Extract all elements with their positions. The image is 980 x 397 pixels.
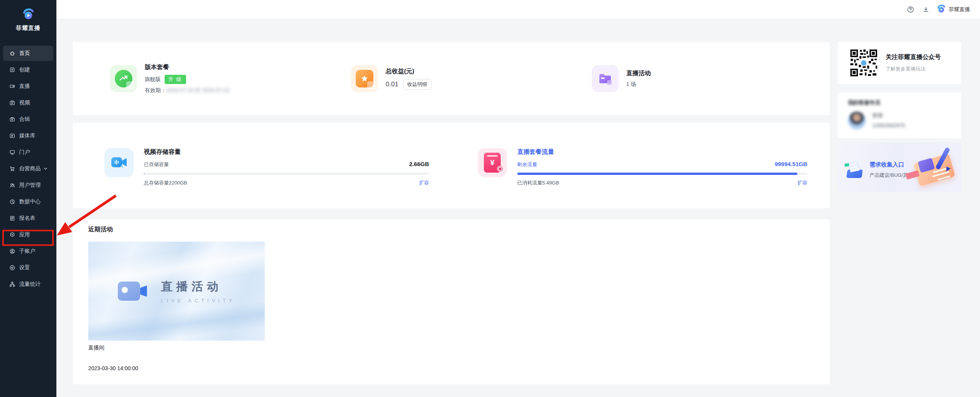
sidebar-item-collection[interactable]: 合辑 (3, 112, 53, 127)
qr-subtitle: 了解更多直播玩法 (886, 66, 941, 72)
sidebar-item-settings[interactable]: 设置 (3, 260, 53, 275)
top-header: 菲耀直播 (56, 0, 980, 19)
traffic-remain-value: 99994.51GB (775, 161, 807, 167)
storage-used-label: 已存储容量 (144, 161, 169, 168)
storage-camera-icon (104, 148, 134, 177)
collection-icon (9, 116, 15, 122)
activity-name: 直播间 (88, 344, 104, 351)
plan-level: 旗舰版 (145, 76, 161, 83)
sidebar-item-label: 报名表 (19, 215, 35, 222)
download-icon[interactable] (922, 6, 929, 13)
video-icon (9, 100, 15, 106)
live-stat: 直播活动 1 场 (592, 42, 651, 115)
home-icon (9, 50, 15, 56)
traffic-progress-fill (517, 173, 797, 175)
service-card: 我的客服专员 菲菲 13352942975 (838, 92, 961, 138)
revenue-star-icon (351, 65, 378, 92)
sidebar-item-traffic-stats[interactable]: 流量统计 (3, 277, 53, 292)
traffic-stats-icon (9, 281, 15, 287)
sidebar-item-label: 数据中心 (19, 198, 41, 205)
sidebar-item-label: 子账户 (19, 248, 35, 255)
sidebar-item-portal[interactable]: 门户 (3, 145, 53, 160)
live-count: 1 场 (626, 81, 636, 88)
sidebar-item-label: 用户管理 (19, 182, 41, 189)
sidebar-item-home[interactable]: 首页 (3, 46, 53, 61)
settings-icon (9, 265, 15, 271)
activity-thumbnail[interactable]: 直播活动 LIVE ACTIVITY (88, 242, 265, 341)
revenue-value: 0.01 (386, 81, 398, 88)
traffic-section: ¥ 直播套餐流量 剩余流量 99994.51GB 已消耗流量5.49GB 扩容 (478, 148, 807, 186)
sidebar-item-apps[interactable]: 应用 (3, 227, 53, 242)
products-icon (9, 166, 15, 172)
storage-progress-track (144, 173, 429, 175)
header-user[interactable]: 菲耀直播 (937, 5, 970, 15)
sidebar-item-label: 门户 (19, 149, 30, 156)
apps-icon (9, 232, 15, 238)
sidebar-item-label: 设置 (19, 264, 30, 271)
thumbnail-subtitle: LIVE ACTIVITY (161, 298, 235, 303)
overview-card: 版本套餐 旗舰版 升 级 有效期： 2024-07-24 至 2025-07-2… (73, 42, 830, 115)
feedback-title: 需求收集入口 (869, 161, 904, 168)
revenue-detail-button[interactable]: 收益明细 (403, 79, 431, 90)
dashboard-page: 菲耀直播 首页创建直播视频合辑媒体库门户自营商品用户管理数据中心报名表应用子账户… (0, 0, 980, 397)
brand-logo-icon (23, 8, 34, 21)
sidebar-item-label: 自营商品 (19, 165, 41, 172)
live-icon (9, 83, 15, 89)
sidebar-menu: 首页创建直播视频合辑媒体库门户自营商品用户管理数据中心报名表应用子账户设置流量统… (0, 46, 56, 292)
sidebar-item-create[interactable]: 创建 (3, 62, 53, 77)
brand-name: 菲耀直播 (16, 25, 41, 32)
sidebar-item-label: 首页 (19, 50, 30, 57)
sidebar-item-video[interactable]: 视频 (3, 95, 53, 110)
qr-title: 关注菲耀直播公众号 (886, 53, 941, 61)
sub-account-icon (9, 248, 15, 254)
data-center-icon (9, 199, 15, 205)
sidebar-item-label: 直播 (19, 83, 30, 90)
user-management-icon (9, 182, 15, 188)
upgrade-button[interactable]: 升 级 (165, 75, 186, 84)
recent-activities-card: 近期活动 直播活动 LIVE ACTIVITY 直播间 2023-03-30 1… (73, 219, 830, 384)
plan-trend-icon (110, 65, 137, 92)
storage-used-value: 2.66GB (409, 161, 429, 167)
sidebar-item-data-center[interactable]: 数据中心 (3, 194, 53, 209)
sidebar-item-live[interactable]: 直播 (3, 79, 53, 94)
help-icon[interactable] (907, 6, 914, 13)
sidebar-item-label: 创建 (19, 66, 30, 73)
sidebar-item-label: 合辑 (19, 116, 30, 123)
chevron-down-icon (44, 168, 47, 170)
sidebar-item-media-library[interactable]: 媒体库 (3, 128, 53, 143)
traffic-expand-link[interactable]: 扩容 (797, 180, 807, 186)
sidebar-item-label: 应用 (19, 231, 30, 238)
create-icon (9, 67, 15, 73)
feedback-docs-icon (846, 163, 864, 178)
sidebar-item-sub-account[interactable]: 子账户 (3, 244, 53, 259)
revenue-stat: 总收益(元) 0.01 收益明细 (351, 42, 431, 115)
qr-card: 关注菲耀直播公众号 了解更多直播玩法 (838, 42, 961, 84)
capacity-card: 视频存储容量 已存储容量 2.66GB 总存储容量2200GB 扩容 ¥ 直播套 (73, 123, 830, 208)
annotation-arrowhead (57, 222, 72, 236)
traffic-progress-track (517, 173, 807, 175)
plan-stat: 版本套餐 旗舰版 升 级 有效期： 2024-07-24 至 2025-07-2… (110, 42, 229, 115)
storage-expand-link[interactable]: 扩容 (419, 180, 429, 186)
traffic-yen-icon: ¥ (478, 148, 507, 177)
revenue-title: 总收益(元) (386, 68, 431, 76)
thumbnail-title: 直播活动 (161, 279, 235, 295)
service-title: 我的客服专员 (848, 99, 961, 106)
header-user-name: 菲耀直播 (949, 6, 970, 13)
service-phone: 13352942975 (872, 122, 905, 128)
header-logo-icon (937, 5, 945, 15)
sidebar-item-label: 视频 (19, 99, 30, 106)
traffic-remain-label: 剩余流量 (517, 161, 537, 168)
validity-label: 有效期： (145, 87, 166, 94)
thumbnail-camera-icon (118, 280, 148, 302)
registration-icon (9, 215, 15, 221)
storage-progress-fill (144, 173, 144, 175)
sidebar-item-label: 媒体库 (19, 132, 35, 139)
sidebar-item-user-management[interactable]: 用户管理 (3, 178, 53, 193)
feedback-entry-card[interactable]: 需求收集入口 产品建议/BUG/其他 (838, 143, 961, 192)
sidebar-item-products[interactable]: 自营商品 (3, 161, 53, 176)
sidebar-item-label: 流量统计 (19, 281, 41, 288)
feedback-notebook-icon (906, 148, 956, 188)
sidebar-item-registration[interactable]: 报名表 (3, 211, 53, 226)
storage-title: 视频存储容量 (144, 148, 429, 156)
validity-value: 2024-07-24 至 2025-07-24 (166, 87, 229, 94)
